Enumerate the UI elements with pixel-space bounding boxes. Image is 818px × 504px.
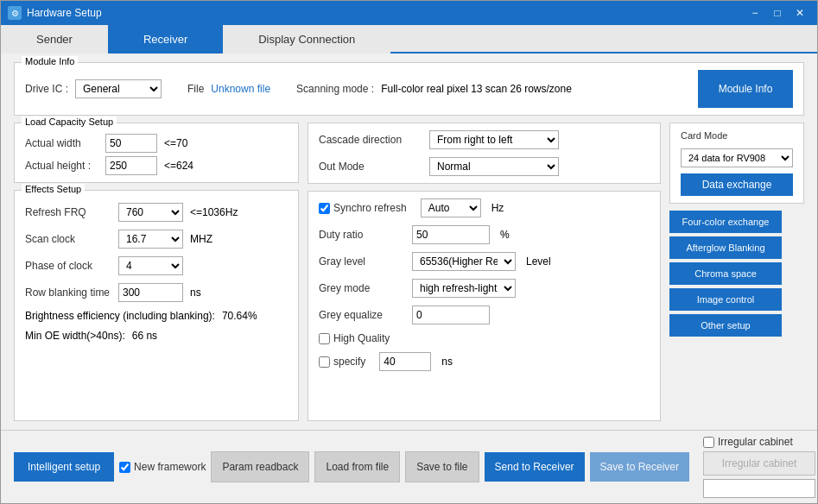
actual-height-label: Actual height : [25, 160, 98, 172]
maximize-button[interactable]: □ [767, 4, 788, 22]
file-label: File [187, 83, 204, 95]
specify-checkbox[interactable] [319, 356, 330, 368]
specify-input[interactable] [379, 352, 431, 371]
image-btn[interactable]: Image control [669, 288, 782, 311]
minimize-button[interactable]: − [745, 4, 765, 22]
drive-ic-select[interactable]: General [75, 79, 162, 98]
scan-clock-select[interactable]: 16.7 [118, 230, 183, 249]
cascade-direction-select[interactable]: From right to left From left to right [429, 130, 559, 149]
send-to-receiver-button[interactable]: Send to Receiver [485, 452, 585, 482]
phase-clock-label: Phase of clock [25, 260, 111, 272]
min-oe-value: 66 ns [132, 330, 157, 342]
irregular-cabinet-checkbox[interactable] [703, 437, 714, 448]
synchro-refresh-unit: Hz [491, 202, 504, 214]
load-capacity-section: Load Capacity Setup Actual width <=70 Ac… [14, 123, 299, 183]
gray-level-unit: Level [526, 255, 551, 268]
min-oe-label: Min OE width(>40ns): [25, 330, 125, 342]
gray-level-label: Gray level [319, 255, 405, 268]
new-framework-label: New framework [134, 461, 206, 473]
brightness-label: Brightness efficiency (including blankin… [25, 310, 215, 322]
effects-title: Effects Setup [22, 184, 85, 194]
refresh-frq-label: Refresh FRQ [25, 206, 111, 218]
bottom-bar: Intelligent setup New framework Param re… [1, 430, 817, 503]
save-to-file-button[interactable]: Save to file [405, 451, 479, 482]
window-title: Hardware Setup [27, 7, 745, 19]
app-icon: ⚙ [8, 6, 22, 20]
specify-unit: ns [441, 356, 453, 368]
drive-ic-label: Drive IC : [25, 83, 68, 95]
duty-ratio-unit: % [500, 229, 510, 241]
scan-clock-label: Scan clock [25, 233, 111, 245]
title-bar: ⚙ Hardware Setup − □ ✕ [1, 1, 817, 25]
specify-label: specify [333, 356, 365, 368]
module-info-button[interactable]: Module Info [698, 70, 793, 108]
afterglow-btn[interactable]: Afterglow Blanking [669, 236, 782, 259]
grey-equalize-label: Grey equalize [319, 309, 405, 321]
high-quality-checkbox[interactable] [319, 333, 330, 344]
row-blanking-input[interactable] [118, 283, 183, 302]
tab-receiver[interactable]: Receiver [108, 25, 223, 54]
data-exchange-button[interactable]: Data exchange [681, 173, 793, 196]
other-setup-btn[interactable]: Other setup [669, 314, 782, 337]
row-blanking-label: Row blanking time [25, 287, 111, 299]
actual-height-input[interactable] [105, 156, 157, 175]
grey-equalize-input[interactable] [412, 306, 490, 324]
refresh-frq-select[interactable]: 760 [118, 203, 183, 222]
scanning-mode-label: Scanning mode : [296, 83, 374, 95]
out-mode-label: Out Mode [319, 161, 422, 173]
irregular-cabinet-button[interactable]: Irregular cabinet [703, 451, 815, 476]
grey-mode-select[interactable]: high refresh-light [412, 279, 516, 298]
actual-width-label: Actual width [25, 137, 98, 149]
window-controls: − □ ✕ [745, 4, 810, 22]
synchro-refresh-label: Synchro refresh [333, 202, 407, 214]
card-mode-label: Card Mode [681, 130, 727, 141]
content-area: Module Info Drive IC : General File Unkn… [1, 54, 817, 430]
chroma-btn[interactable]: Chroma space [669, 262, 782, 285]
actual-height-max: <=624 [164, 160, 193, 172]
scan-clock-unit: MHZ [190, 233, 212, 245]
irregular-input[interactable] [703, 479, 815, 498]
file-link[interactable]: Unknown file [211, 83, 270, 95]
card-mode-select[interactable]: 24 data for RV908 [681, 148, 793, 167]
irregular-cabinet-label: Irregular cabinet [718, 436, 793, 448]
duty-ratio-input[interactable] [412, 225, 490, 244]
effects-section: Effects Setup Refresh FRQ 760 <=1036Hz S… [14, 190, 299, 421]
row-blanking-unit: ns [190, 287, 201, 299]
new-framework-checkbox[interactable] [119, 462, 130, 473]
tab-sender[interactable]: Sender [1, 25, 108, 54]
save-to-receiver-button[interactable]: Save to Receiver [590, 452, 689, 482]
right-buttons: Four-color exchange Afterglow Blanking C… [669, 211, 804, 337]
load-from-file-button[interactable]: Load from file [314, 451, 400, 482]
synchro-refresh-checkbox[interactable] [319, 203, 330, 214]
high-quality-label: High Quality [333, 332, 390, 344]
irregular-area: Irregular cabinet Irregular cabinet [703, 436, 815, 498]
param-readback-button[interactable]: Param readback [211, 451, 309, 482]
duty-ratio-label: Duty ratio [319, 229, 405, 241]
actual-width-input[interactable] [105, 134, 157, 153]
out-mode-select[interactable]: Normal Reverse [429, 157, 559, 176]
intelligent-setup-button[interactable]: Intelligent setup [14, 452, 114, 482]
tab-display-connection[interactable]: Display Connection [223, 25, 390, 54]
close-button[interactable]: ✕ [789, 4, 810, 22]
actual-width-max: <=70 [164, 137, 187, 149]
gray-level-select[interactable]: 65536(Higher Refre [412, 252, 516, 271]
four-color-btn[interactable]: Four-color exchange [669, 211, 782, 233]
phase-clock-select[interactable]: 4 [118, 256, 183, 275]
tab-bar: Sender Receiver Display Connection [1, 25, 817, 54]
main-window: ⚙ Hardware Setup − □ ✕ Sender Receiver D… [0, 0, 818, 504]
module-info-section: Module Info Drive IC : General File Unkn… [14, 62, 804, 116]
synchro-refresh-select[interactable]: Auto [421, 198, 481, 217]
grey-mode-label: Grey mode [319, 282, 405, 294]
brightness-value: 70.64% [222, 310, 257, 322]
refresh-frq-max: <=1036Hz [190, 206, 238, 218]
module-info-title: Module Info [22, 56, 78, 66]
load-capacity-title: Load Capacity Setup [22, 117, 117, 127]
scanning-mode-value: Full-color real pixel 13 scan 26 rows/zo… [381, 83, 572, 95]
cascade-direction-label: Cascade direction [319, 134, 422, 146]
